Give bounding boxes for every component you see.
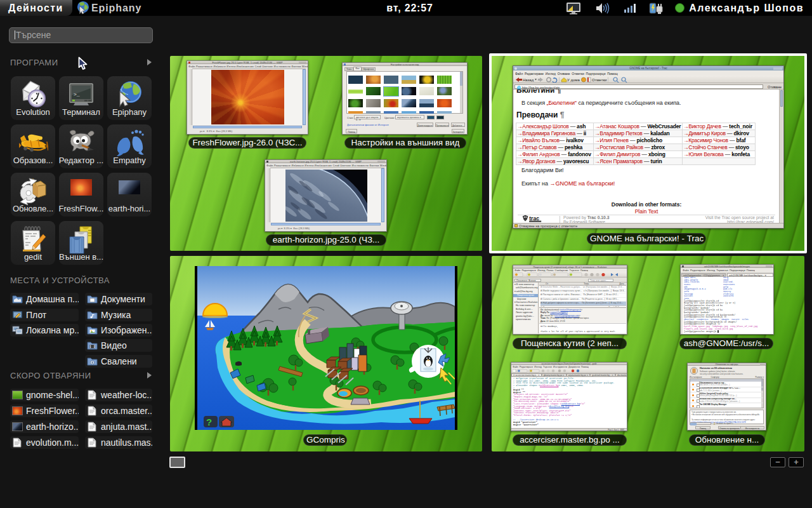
svg-text:?: ? xyxy=(206,417,212,427)
svg-text:>_: >_ xyxy=(74,91,80,97)
svg-text:У дома: У дома xyxy=(567,78,580,82)
svg-text:Отметки: Отметки xyxy=(592,78,606,82)
svg-text:Назад: Назад xyxy=(523,78,534,82)
svg-text:trac: trac xyxy=(529,215,539,222)
